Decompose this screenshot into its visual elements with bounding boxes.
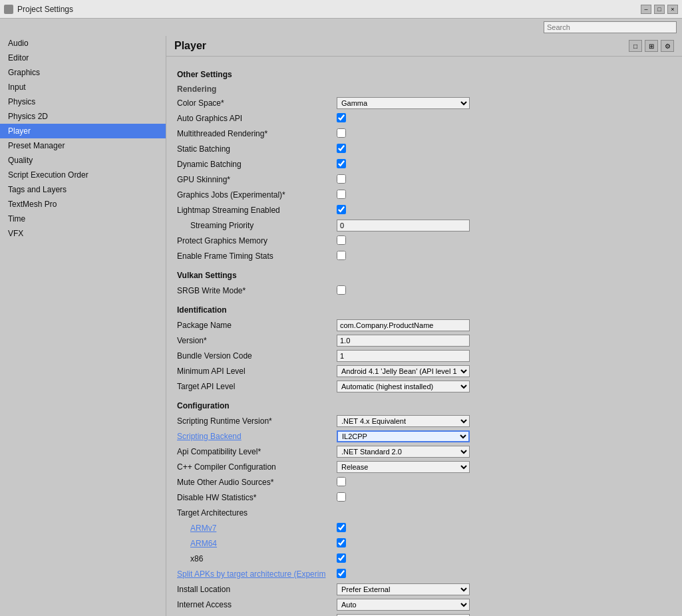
minimize-button[interactable]: – (641, 5, 651, 14)
label-x86: x86 (177, 554, 337, 563)
row-dynamic-batching: Dynamic Batching (177, 158, 671, 171)
sidebar-item-physics[interactable]: Physics (0, 94, 166, 109)
checkbox-srgb-write-mode[interactable] (337, 285, 346, 295)
checkbox-split-apks[interactable] (337, 569, 346, 578)
label-mute-other-audio-sources: Mute Other Audio Sources* (177, 478, 337, 487)
sidebar-item-textmeshpro[interactable]: TextMesh Pro (0, 197, 166, 212)
checkbox-multithreaded-rendering[interactable] (337, 128, 346, 138)
label-streaming-priority: Streaming Priority (177, 221, 337, 230)
row-install-location: Install Location Prefer External Force I… (177, 583, 671, 596)
control-enable-frame-timing (337, 251, 671, 262)
control-cpp-compiler-config: Release Debug Master (337, 461, 671, 473)
panel-icon-group: □ ⊞ ⚙ (629, 40, 674, 52)
close-button[interactable]: × (667, 5, 678, 14)
checkbox-lightmap-streaming[interactable] (337, 205, 346, 214)
control-protect-graphics-memory (337, 235, 671, 247)
checkbox-armv7[interactable] (337, 523, 346, 532)
control-target-api-level: Automatic (highest installed) (337, 381, 671, 392)
sidebar: Audio Editor Graphics Input Physics Phys… (0, 36, 166, 616)
control-install-location: Prefer External Force Internal Force Ext… (337, 583, 671, 595)
sidebar-item-tagsandlayers[interactable]: Tags and Layers (0, 182, 166, 197)
search-bar (0, 19, 682, 36)
window-title: Project Settings (17, 5, 73, 14)
control-internet-access: Auto Require (337, 599, 671, 611)
control-multithreaded-rendering (337, 128, 671, 140)
control-lightmap-streaming (337, 205, 671, 216)
control-package-name (337, 319, 671, 331)
section-other-settings: Other Settings (177, 70, 671, 79)
label-cpp-compiler-config: C++ Compiler Configuration (177, 462, 337, 472)
label-protect-graphics-memory: Protect Graphics Memory (177, 236, 337, 245)
control-static-batching (337, 144, 671, 155)
label-color-space: Color Space* (177, 98, 337, 108)
control-dynamic-batching (337, 159, 671, 170)
control-armv7 (337, 523, 671, 534)
checkbox-enable-frame-timing[interactable] (337, 251, 346, 260)
row-multithreaded-rendering: Multithreaded Rendering* (177, 127, 671, 140)
checkbox-gpu-skinning[interactable] (337, 174, 346, 184)
input-streaming-priority[interactable] (337, 220, 470, 231)
checkbox-static-batching[interactable] (337, 144, 346, 153)
label-disable-hw-statistics: Disable HW Statistics* (177, 493, 337, 502)
label-scripting-backend[interactable]: Scripting Backend (177, 432, 337, 441)
row-target-api-level: Target API Level Automatic (highest inst… (177, 380, 671, 393)
row-srgb-write-mode: SRGB Write Mode* (177, 284, 671, 297)
sidebar-item-player[interactable]: Player (0, 124, 166, 138)
row-graphics-jobs: Graphics Jobs (Experimental)* (177, 188, 671, 202)
sidebar-item-time[interactable]: Time (0, 212, 166, 226)
control-scripting-runtime-version: .NET 4.x Equivalent (337, 415, 671, 427)
maximize-button[interactable]: □ (654, 5, 665, 14)
sidebar-item-audio[interactable]: Audio (0, 36, 166, 51)
select-install-location[interactable]: Prefer External Force Internal Force Ext… (337, 583, 470, 595)
row-static-batching: Static Batching (177, 142, 671, 156)
label-package-name: Package Name (177, 321, 337, 330)
checkbox-mute-other-audio-sources[interactable] (337, 477, 346, 486)
row-mute-other-audio-sources: Mute Other Audio Sources* (177, 476, 671, 489)
input-version[interactable] (337, 335, 470, 347)
sidebar-item-physics2d[interactable]: Physics 2D (0, 109, 166, 124)
label-arm64[interactable]: ARM64 (177, 539, 337, 548)
settings-inner: Other Settings Rendering Color Space* Ga… (166, 57, 682, 616)
settings-scroll[interactable]: Other Settings Rendering Color Space* Ga… (166, 57, 682, 616)
search-input[interactable] (544, 21, 677, 33)
select-color-space[interactable]: Gamma Linear (337, 97, 470, 109)
select-minimum-api-level[interactable]: Android 4.1 'Jelly Bean' (API level 16+ (337, 365, 470, 377)
checkbox-protect-graphics-memory[interactable] (337, 235, 346, 245)
label-version: Version* (177, 336, 337, 345)
select-scripting-backend[interactable]: IL2CPP Mono (337, 430, 470, 442)
section-identification: Identification (177, 305, 671, 315)
checkbox-dynamic-batching[interactable] (337, 159, 346, 168)
sidebar-item-graphics[interactable]: Graphics (0, 65, 166, 80)
checkbox-auto-graphics-api[interactable] (337, 113, 346, 122)
sidebar-item-input[interactable]: Input (0, 80, 166, 94)
label-split-apks[interactable]: Split APKs by target architecture (Exper… (177, 569, 337, 579)
panel-icon-3[interactable]: ⚙ (661, 40, 674, 52)
control-mute-other-audio-sources (337, 477, 671, 488)
sidebar-item-quality[interactable]: Quality (0, 153, 166, 168)
input-package-name[interactable] (337, 319, 470, 331)
select-cpp-compiler-config[interactable]: Release Debug Master (337, 461, 470, 473)
checkbox-graphics-jobs[interactable] (337, 190, 346, 199)
panel-icon-2[interactable]: ⊞ (645, 40, 658, 52)
sidebar-item-vfx[interactable]: VFX (0, 226, 166, 241)
row-api-compatibility-level: Api Compatibility Level* .NET Standard 2… (177, 445, 671, 458)
label-armv7[interactable]: ARMv7 (177, 524, 337, 533)
row-write-permission: Write Permission Internal External (SDCa… (177, 613, 671, 616)
checkbox-arm64[interactable] (337, 538, 346, 547)
select-api-compatibility-level[interactable]: .NET Standard 2.0 .NET 4.x (337, 446, 470, 458)
panel-icon-1[interactable]: □ (629, 40, 642, 52)
label-gpu-skinning: GPU Skinning* (177, 175, 337, 184)
sidebar-item-editor[interactable]: Editor (0, 51, 166, 65)
checkbox-disable-hw-statistics[interactable] (337, 492, 346, 502)
sidebar-item-presetmanager[interactable]: Preset Manager (0, 138, 166, 153)
window-controls: – □ × (641, 5, 678, 14)
row-armv7: ARMv7 (177, 522, 671, 535)
select-scripting-runtime-version[interactable]: .NET 4.x Equivalent (337, 415, 470, 427)
input-bundle-version-code[interactable] (337, 350, 470, 362)
select-target-api-level[interactable]: Automatic (highest installed) (337, 381, 470, 392)
row-package-name: Package Name (177, 319, 671, 332)
control-minimum-api-level: Android 4.1 'Jelly Bean' (API level 16+ (337, 365, 671, 377)
checkbox-x86[interactable] (337, 553, 346, 563)
sidebar-item-scriptexec[interactable]: Script Execution Order (0, 168, 166, 182)
select-internet-access[interactable]: Auto Require (337, 599, 470, 611)
